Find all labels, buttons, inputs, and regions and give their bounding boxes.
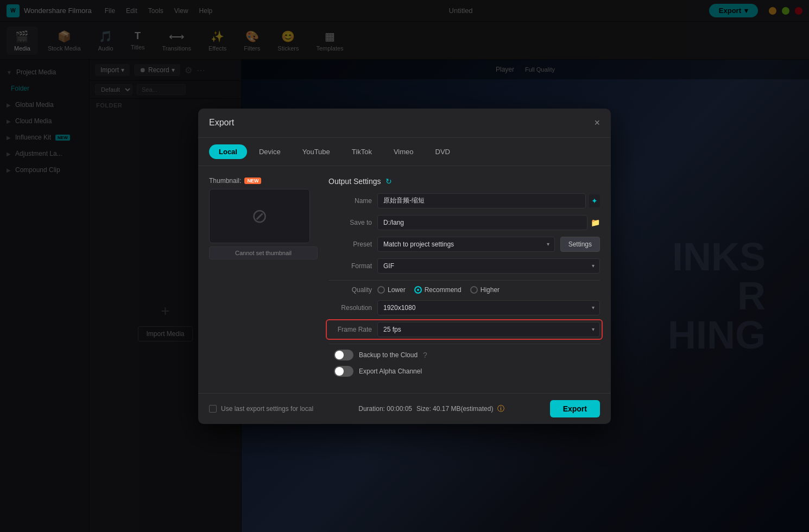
quality-row: Quality Lower Recommend Higher <box>328 286 600 294</box>
duration-label: Duration: 00:00:05 <box>358 405 412 413</box>
export-tab-bar: Local Device YouTube TikTok Vimeo DVD <box>198 138 611 166</box>
separator-1 <box>328 280 600 281</box>
dialog-header: Export × <box>198 109 611 138</box>
dialog-body: Thumbnail: NEW ⊘ Cannot set thumbnail Ou… <box>198 166 611 393</box>
dialog-close-button[interactable]: × <box>594 117 600 129</box>
quality-label: Quality <box>328 286 372 294</box>
format-row: Format GIF ▾ <box>328 258 600 274</box>
format-label: Format <box>328 262 372 270</box>
no-thumbnail-icon: ⊘ <box>251 205 268 227</box>
size-info-icon[interactable]: ⓘ <box>497 404 504 414</box>
separator-2 <box>328 344 600 344</box>
format-select-wrapper: GIF ▾ <box>377 258 600 274</box>
output-section: Output Settings ↻ Name ✦ Save to <box>328 177 600 382</box>
use-last-label: Use last export settings for local <box>221 405 313 413</box>
preset-label: Preset <box>328 240 372 248</box>
cannot-set-thumbnail-button: Cannot set thumbnail <box>209 246 318 259</box>
export-dialog: Export × Local Device YouTube TikTok Vim… <box>198 109 611 424</box>
frame-rate-label: Frame Rate <box>328 326 372 333</box>
backup-cloud-toggle[interactable] <box>334 350 353 360</box>
tab-local[interactable]: Local <box>209 144 247 159</box>
radio-recommend <box>414 286 422 294</box>
tab-dvd[interactable]: DVD <box>426 144 460 159</box>
use-last-checkbox[interactable] <box>209 405 217 413</box>
resolution-label: Resolution <box>328 304 372 312</box>
preset-select-wrapper: Match to project settings ▾ <box>377 237 555 252</box>
name-row: Name ✦ <box>328 193 600 208</box>
radio-higher <box>470 286 478 294</box>
save-to-input[interactable] <box>377 215 587 230</box>
resolution-select-wrapper: 1920x1080 ▾ <box>377 300 600 315</box>
backup-cloud-label: Backup to the Cloud <box>359 351 418 359</box>
format-select[interactable]: GIF <box>377 258 600 274</box>
frame-rate-select-wrapper: 25 fps ▾ <box>377 322 600 337</box>
ai-rename-button[interactable]: ✦ <box>589 194 600 207</box>
tab-youtube[interactable]: YouTube <box>293 144 340 159</box>
dialog-overlay: Export × Local Device YouTube TikTok Vim… <box>0 0 809 532</box>
tab-device[interactable]: Device <box>249 144 290 159</box>
name-input-group: ✦ <box>377 193 600 208</box>
frame-rate-row: Frame Rate 25 fps ▾ <box>328 322 600 337</box>
output-title: Output Settings ↻ <box>328 177 600 186</box>
thumbnail-preview: ⊘ <box>209 189 310 243</box>
name-label: Name <box>328 197 372 205</box>
tab-tiktok[interactable]: TikTok <box>342 144 382 159</box>
resolution-row: Resolution 1920x1080 ▾ <box>328 300 600 315</box>
quality-options: Lower Recommend Higher <box>377 286 500 294</box>
thumbnail-section: Thumbnail: NEW ⊘ Cannot set thumbnail <box>209 177 318 382</box>
name-input[interactable] <box>377 193 586 208</box>
footer-info: Duration: 00:00:05 Size: 40.17 MB(estima… <box>358 404 504 414</box>
tab-vimeo[interactable]: Vimeo <box>384 144 424 159</box>
export-dialog-button[interactable]: Export <box>550 400 600 417</box>
backup-cloud-row: Backup to the Cloud ? <box>328 350 600 360</box>
export-alpha-label: Export Alpha Channel <box>359 368 422 375</box>
export-alpha-row: Export Alpha Channel <box>328 366 600 377</box>
thumbnail-label: Thumbnail: NEW <box>209 177 318 185</box>
quality-lower[interactable]: Lower <box>377 286 406 294</box>
quality-higher[interactable]: Higher <box>470 286 500 294</box>
save-to-input-group: 📁 <box>377 215 600 230</box>
refresh-icon[interactable]: ↻ <box>385 177 392 186</box>
dialog-footer: Use last export settings for local Durat… <box>198 393 611 424</box>
save-to-row: Save to 📁 <box>328 215 600 230</box>
resolution-select[interactable]: 1920x1080 <box>377 300 600 315</box>
export-alpha-toggle[interactable] <box>334 366 353 377</box>
preset-row: Preset Match to project settings ▾ Setti… <box>328 237 600 252</box>
preset-select[interactable]: Match to project settings <box>377 237 555 252</box>
backup-help-icon[interactable]: ? <box>423 351 427 359</box>
save-to-label: Save to <box>328 219 372 226</box>
size-label: Size: 40.17 MB(estimated) <box>416 405 493 413</box>
settings-button[interactable]: Settings <box>560 237 600 252</box>
radio-lower <box>377 286 385 294</box>
browse-folder-button[interactable]: 📁 <box>591 218 600 227</box>
use-last-settings: Use last export settings for local <box>209 405 313 413</box>
thumbnail-new-badge: NEW <box>244 178 261 184</box>
frame-rate-select[interactable]: 25 fps <box>377 322 600 337</box>
dialog-title: Export <box>209 118 234 128</box>
quality-recommend[interactable]: Recommend <box>414 286 462 294</box>
